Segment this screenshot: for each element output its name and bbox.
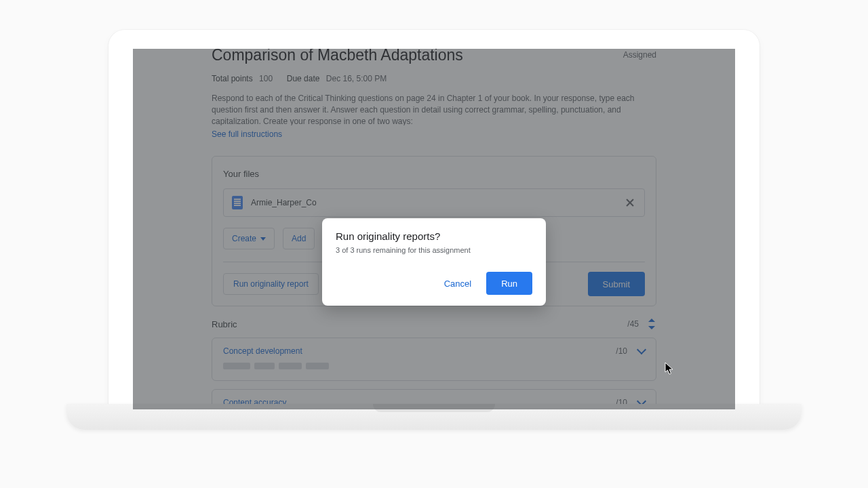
cancel-button[interactable]: Cancel: [435, 272, 481, 295]
app-screen: Comparison of Macbeth Adaptations Assign…: [133, 49, 735, 409]
laptop-frame: Comparison of Macbeth Adaptations Assign…: [108, 30, 760, 409]
cursor-icon: [665, 362, 674, 375]
dialog-title: Run originality reports?: [336, 230, 532, 242]
dialog-subtitle: 3 of 3 runs remaining for this assignmen…: [336, 246, 532, 254]
run-originality-dialog: Run originality reports? 3 of 3 runs rem…: [322, 218, 546, 306]
run-button[interactable]: Run: [486, 272, 532, 295]
